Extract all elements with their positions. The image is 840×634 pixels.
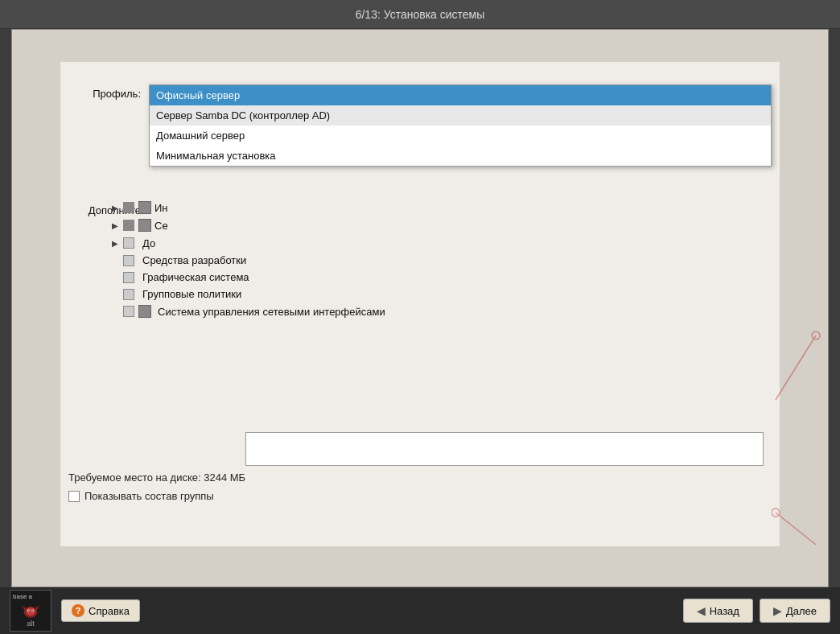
main-content: Профиль: Офисный сервер Сервер Samba DC …	[11, 29, 829, 587]
tree-label-5: Групповые политики	[142, 288, 241, 300]
svg-line-0	[776, 336, 816, 400]
show-group-checkbox[interactable]	[68, 491, 80, 502]
tree-label-3: Средства разработки	[142, 254, 246, 266]
help-icon: ?	[72, 604, 84, 617]
next-label: Далее	[786, 605, 817, 617]
tree-item-2: ▶ До	[68, 234, 772, 252]
tree-checkbox-3[interactable]	[123, 255, 134, 266]
tree-item-1: ▶ Се	[68, 216, 772, 234]
logo-text-top: base a	[13, 593, 48, 601]
next-arrow-icon: ▶	[773, 604, 782, 617]
tree-label-4: Графическая система	[142, 271, 249, 283]
tree-area: ▶ Ин ▶ Се ▶ До	[68, 199, 772, 320]
back-label: Назад	[710, 605, 739, 617]
tree-item-6: Система управления сетевыми интерфейсами	[68, 303, 772, 320]
tree-checkbox-4[interactable]	[123, 272, 134, 283]
help-button[interactable]: ? Справка	[61, 599, 140, 622]
tree-label-0: Ин	[154, 202, 168, 214]
window-title: 6/13: Установка системы	[356, 8, 485, 21]
tree-checkbox-6[interactable]	[123, 306, 134, 317]
svg-line-2	[776, 513, 816, 545]
bottom-bar: base a alt ? Справка ◀ Назад ▶ Далее	[0, 587, 840, 634]
svg-point-1	[812, 331, 820, 340]
svg-point-11	[32, 610, 33, 611]
tree-label-1: Се	[154, 220, 168, 232]
help-label: Справка	[89, 605, 130, 617]
dropdown-option-1[interactable]: Сервер Samba DC (контроллер AD)	[150, 105, 771, 126]
logo-fox-icon	[16, 601, 45, 620]
tree-item-3: Средства разработки	[68, 252, 772, 269]
tree-icon-6	[138, 305, 151, 318]
logo-box: base a alt	[10, 590, 51, 632]
list-box	[245, 432, 764, 466]
dropdown-option-2[interactable]: Домашний сервер	[150, 126, 771, 146]
tree-icon-1	[138, 219, 151, 232]
show-group-row: Показывать состав группы	[68, 490, 214, 502]
tree-checkbox-2[interactable]	[123, 237, 134, 249]
deco-lines	[772, 30, 828, 587]
tree-item-0: ▶ Ин	[68, 199, 772, 216]
back-arrow-icon: ◀	[697, 604, 706, 617]
profile-label: Профиль:	[68, 84, 141, 100]
tree-checkbox-0[interactable]	[123, 202, 134, 213]
tree-arrow-1[interactable]: ▶	[109, 219, 121, 232]
disk-space: Требуемое место на диске: 3244 МБ	[68, 471, 245, 484]
tree-checkbox-1[interactable]	[123, 220, 134, 231]
show-group-label: Показывать состав группы	[84, 490, 214, 502]
dropdown-list[interactable]: Офисный сервер Сервер Samba DC (контролл…	[149, 84, 772, 167]
dropdown-option-3[interactable]: Минимальная установка	[150, 146, 771, 166]
tree-icon-0	[138, 201, 151, 214]
inner-panel: Профиль: Офисный сервер Сервер Samba DC …	[60, 62, 780, 546]
tree-arrow-2[interactable]: ▶	[109, 237, 121, 249]
svg-point-7	[26, 607, 35, 615]
back-button[interactable]: ◀ Назад	[683, 599, 753, 623]
logo-text-bottom: alt	[27, 620, 35, 628]
profile-section: Профиль: Офисный сервер Сервер Samba DC …	[68, 84, 772, 216]
tree-label-6: Система управления сетевыми интерфейсами	[158, 306, 385, 318]
title-bar: 6/13: Установка системы	[0, 0, 840, 29]
next-button[interactable]: ▶ Далее	[760, 599, 830, 623]
tree-arrow-0[interactable]: ▶	[109, 201, 121, 214]
tree-item-4: Графическая система	[68, 269, 772, 286]
nav-buttons: ◀ Назад ▶ Далее	[683, 599, 830, 623]
tree-item-5: Групповые политики	[68, 286, 772, 303]
dropdown-option-0[interactable]: Офисный сервер	[150, 85, 771, 105]
tree-label-2: До	[142, 237, 155, 249]
tree-checkbox-5[interactable]	[123, 289, 134, 300]
svg-point-10	[28, 610, 29, 611]
